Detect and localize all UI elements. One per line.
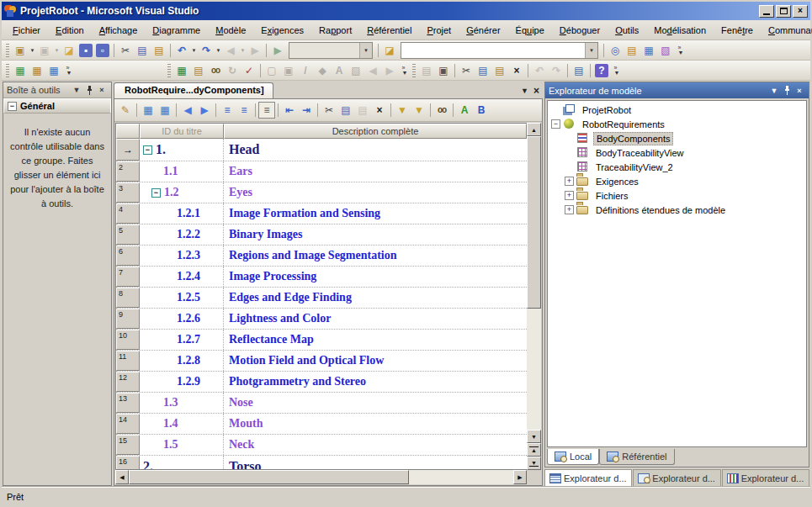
toolbar-overflow-icon[interactable]: »▼ — [400, 62, 410, 79]
cell-description[interactable]: Image Processing — [224, 267, 527, 287]
cell-description[interactable]: Mouth — [224, 414, 527, 434]
cell-title-id[interactable]: 1.2.3 — [140, 246, 224, 266]
cell-title-id[interactable]: 1.2.9 — [140, 372, 224, 392]
find-combo-dropdown-icon[interactable]: ▼ — [585, 43, 597, 58]
cell-title-id[interactable]: 1.2.8 — [140, 351, 224, 371]
menu-item-projet[interactable]: Projet — [419, 23, 459, 38]
expand-icon[interactable]: + — [565, 177, 574, 186]
model-explorer-menu-icon[interactable]: ▼ — [768, 85, 780, 97]
find-button[interactable]: oo — [433, 102, 450, 119]
toolbox-group-general[interactable]: − Général — [3, 98, 111, 114]
toolbox-close-icon[interactable]: × — [96, 84, 108, 96]
copy-button[interactable]: ▤ — [337, 102, 354, 119]
cell-description[interactable]: Edges and Edge Finding — [224, 288, 527, 308]
row-selector[interactable]: 6 — [116, 246, 140, 266]
cell-description[interactable]: Image Formation and Sensing — [224, 203, 527, 224]
close-button[interactable]: × — [793, 5, 808, 18]
tree-item-projetrobot[interactable]: ProjetRobot — [548, 103, 806, 117]
expand-icon[interactable]: + — [565, 191, 574, 200]
table-row[interactable]: 51.2.2Binary Images — [116, 224, 527, 246]
cell-description[interactable]: Reflectance Map — [224, 330, 527, 350]
table-row[interactable]: 131.3Nose — [116, 393, 527, 414]
toolbar-overflow-icon[interactable]: »▼ — [64, 62, 74, 79]
table-row[interactable]: 141.4Mouth — [116, 414, 527, 435]
menu-item-quipe[interactable]: Équipe — [508, 23, 552, 38]
filter-apply-button[interactable]: ▼ — [411, 102, 427, 119]
vertical-scrollbar-track[interactable] — [527, 309, 541, 430]
column-header-description[interactable]: Description complète — [224, 124, 527, 139]
cell-title-id[interactable]: 1.3 — [140, 393, 224, 413]
document-list-dropdown-icon[interactable]: ▼ — [521, 87, 528, 95]
menu-item-exigences[interactable]: Exigences — [253, 23, 311, 38]
save-button[interactable]: ▪ — [77, 42, 94, 59]
cut-button[interactable]: ✂ — [321, 102, 337, 119]
table-import-button[interactable]: ▦ — [29, 62, 45, 79]
new-project-button[interactable]: ▣ — [12, 42, 29, 59]
tree-item-exigences[interactable]: +Exigences — [548, 174, 806, 188]
start-debug-button[interactable]: ▶ — [269, 42, 286, 59]
insert-row-above-button[interactable]: ▦ — [140, 102, 157, 119]
menu-item-fentre[interactable]: Fenêtre — [714, 23, 761, 38]
paste-button[interactable]: ▤ — [151, 42, 167, 59]
cell-description[interactable]: Head — [224, 139, 527, 161]
copy-button[interactable]: ▤ — [475, 62, 491, 79]
scroll-right-icon[interactable]: ▶ — [513, 470, 527, 484]
edit-definitions-button[interactable]: ▧ — [657, 42, 674, 59]
delete-button[interactable]: × — [508, 62, 525, 79]
tree-item-traceabilityview-2[interactable]: TraceabilityView_2 — [548, 160, 806, 174]
toolbar-grip[interactable] — [6, 44, 9, 57]
demote-button[interactable]: ⇥ — [298, 102, 315, 119]
table-row[interactable]: 81.2.5Edges and Edge Finding — [116, 288, 527, 309]
table-row[interactable]: 121.2.9Photgrammetry and Stereo — [116, 372, 527, 393]
row-selector[interactable]: 13 — [116, 393, 140, 413]
cell-title-id[interactable]: 1.2.7 — [140, 330, 224, 350]
document-tab[interactable]: RobotRequire...dyComponents] — [114, 82, 273, 98]
scroll-to-top-button[interactable]: ▲ — [527, 443, 541, 457]
cell-description[interactable]: Ears — [224, 161, 527, 182]
model-explorer-close-icon[interactable]: × — [793, 85, 805, 97]
tab-explorateur-1[interactable]: Explorateur d... — [544, 469, 632, 486]
row-selector[interactable]: → — [116, 139, 140, 161]
model-search-button[interactable]: ◎ — [607, 42, 624, 59]
table-row[interactable]: 151.5Neck — [116, 435, 527, 456]
collapse-icon[interactable]: − — [151, 188, 161, 198]
undo-dropdown-icon[interactable]: ▼ — [190, 42, 198, 59]
cell-title-id[interactable]: 1.2.6 — [140, 309, 224, 329]
table-row[interactable]: 21.1Ears — [116, 161, 527, 182]
cell-description[interactable]: Nose — [224, 393, 527, 413]
cell-description[interactable]: Motion Field and Optical Flow — [224, 351, 527, 371]
properties-button[interactable]: ✎ — [117, 102, 134, 119]
tab-local[interactable]: Local — [547, 449, 599, 465]
model-explorer-pin-icon[interactable] — [781, 85, 793, 97]
cell-title-id[interactable]: 1.2.4 — [140, 267, 224, 287]
row-selector[interactable]: 7 — [116, 267, 140, 287]
vertical-scrollbar-thumb[interactable] — [527, 136, 541, 309]
menu-item-modle[interactable]: Modèle — [208, 23, 253, 38]
undo-button[interactable]: ↶ — [173, 42, 190, 59]
cell-description[interactable]: Regions and Image Segmentation — [224, 246, 527, 266]
scroll-up-icon[interactable]: ▲ — [527, 123, 541, 136]
table-row[interactable]: 101.2.7Reflectance Map — [116, 330, 527, 351]
find-in-files-button[interactable]: ◪ — [381, 42, 398, 59]
scroll-left-icon[interactable]: ◀ — [115, 470, 129, 484]
cell-title-id[interactable]: 1.1 — [140, 161, 224, 182]
delete-button[interactable]: × — [371, 102, 388, 119]
tree-item-bodytraceabilityview[interactable]: BodyTraceabilityView — [548, 145, 806, 160]
find-combo[interactable]: ▼ — [401, 42, 598, 59]
cell-title-id[interactable]: 1.4 — [140, 414, 224, 434]
open-file-button[interactable]: ◪ — [61, 42, 77, 59]
cell-description[interactable]: Torso — [224, 456, 527, 469]
help-button[interactable]: ? — [593, 62, 610, 79]
row-selector[interactable]: 11 — [116, 351, 140, 371]
table-row[interactable]: 162.Torso — [116, 456, 527, 469]
cell-title-id[interactable]: 1.2.2 — [140, 224, 224, 245]
find-in-model-button[interactable]: oo — [207, 62, 224, 79]
table-row[interactable]: 61.2.3Regions and Image Segmentation — [116, 246, 527, 267]
cell-title-id[interactable]: 1.2.1 — [140, 203, 224, 224]
cut-button[interactable]: ✂ — [458, 62, 475, 79]
menu-item-diagramme[interactable]: Diagramme — [145, 23, 208, 38]
vertical-scrollbar[interactable]: ▲ ▼ ▲ ▼ — [527, 123, 541, 470]
row-selector[interactable]: 8 — [116, 288, 140, 308]
document-close-icon[interactable]: × — [533, 85, 539, 97]
validate-model-button[interactable]: ✓ — [241, 62, 257, 79]
